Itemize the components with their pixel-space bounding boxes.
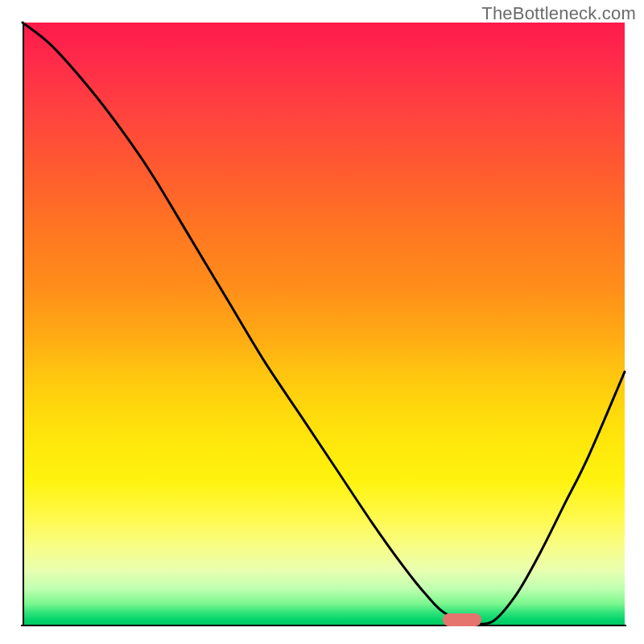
curve-svg [23, 23, 625, 625]
chart-root: TheBottleneck.com [0, 0, 644, 644]
bottleneck-curve-path [23, 23, 625, 624]
x-axis-line [21, 625, 626, 626]
optimum-marker [443, 613, 481, 626]
watermark-text: TheBottleneck.com [481, 3, 636, 24]
